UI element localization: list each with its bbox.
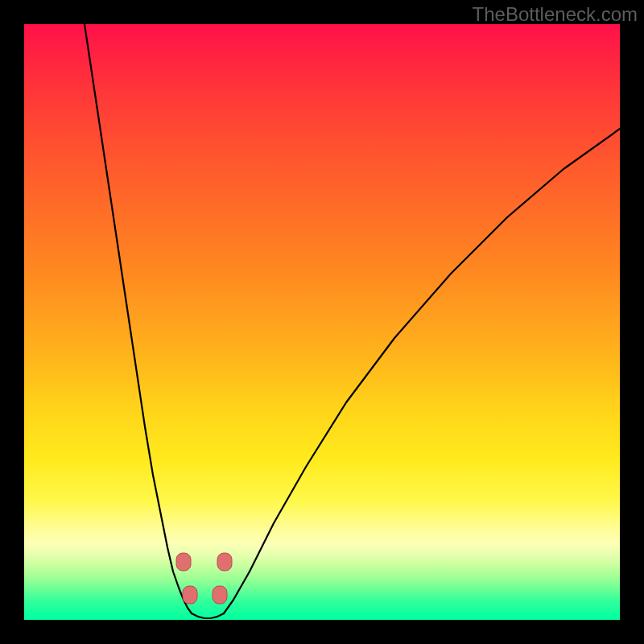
valley-marker <box>217 553 232 571</box>
curve-right-branch <box>224 129 620 613</box>
curve-left-branch <box>85 24 192 613</box>
watermark-text: TheBottleneck.com <box>473 3 638 26</box>
plot-area <box>24 24 620 620</box>
curve-layer <box>24 24 620 620</box>
valley-marker <box>183 586 197 604</box>
valley-markers <box>176 553 232 604</box>
curve-valley-floor <box>192 613 224 618</box>
valley-marker <box>176 553 191 571</box>
chart-frame: TheBottleneck.com <box>0 0 644 644</box>
valley-marker <box>213 586 227 604</box>
